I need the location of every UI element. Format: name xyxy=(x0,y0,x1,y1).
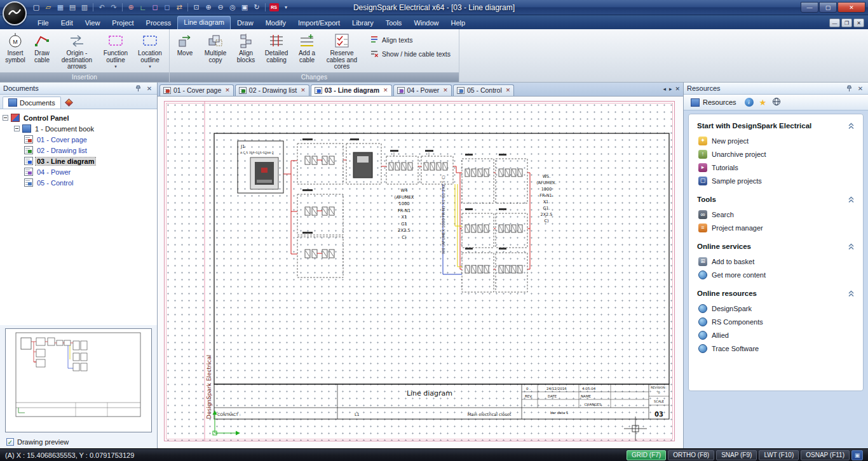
resource-item-trace-software[interactable]: Trace Software xyxy=(697,342,855,355)
tree-expander-icon[interactable] xyxy=(3,115,8,121)
section-header[interactable]: Online resources xyxy=(697,290,855,297)
tab-close-all-icon[interactable]: ✕ xyxy=(675,86,680,92)
save-icon[interactable]: ▦ xyxy=(55,2,66,13)
draw-cable-button[interactable]: Draw cable xyxy=(29,30,55,72)
toggle-lwt[interactable]: LWT (F10) xyxy=(759,450,799,460)
menu-file[interactable]: File xyxy=(32,17,55,29)
function-outline-icon[interactable]: ◻ xyxy=(149,2,161,13)
redo-icon[interactable]: ↷ xyxy=(108,2,119,13)
title-block[interactable]: Line diagram CONTRACT : L1 Main electric… xyxy=(214,384,669,419)
origin-destination-arrows-button[interactable]: Origin - destination arrows xyxy=(55,30,98,72)
menu-import-export[interactable]: Import/Export xyxy=(292,17,346,29)
tree-item-drawing-list[interactable]: 02 - Drawing list xyxy=(1,145,156,156)
zoom-extents-icon[interactable]: ▣ xyxy=(239,2,250,13)
menu-project[interactable]: Project xyxy=(106,17,139,29)
tab-scroll-right-icon[interactable]: ▸ xyxy=(669,86,672,92)
menu-modify[interactable]: Modify xyxy=(260,17,292,29)
zoom-window-icon[interactable]: ⊡ xyxy=(191,2,202,13)
doc-tab-cover-page[interactable]: 01 - Cover page ✕ xyxy=(159,84,234,96)
menu-view[interactable]: View xyxy=(79,17,106,29)
new-file-icon[interactable]: ▢ xyxy=(31,2,42,13)
favorites-star-icon[interactable]: ★ xyxy=(759,98,767,107)
tree-item-control[interactable]: 05 - Control xyxy=(1,177,156,188)
info-icon[interactable]: i xyxy=(745,98,754,107)
line-diagram-drawing[interactable]: Line diagram CONTRACT : L1 Main electric… xyxy=(158,97,683,448)
toggle-ortho[interactable]: ORTHO (F8) xyxy=(668,450,714,460)
origin-destination-icon[interactable]: ⇄ xyxy=(173,2,185,13)
collapse-chevrons-icon[interactable] xyxy=(848,290,855,297)
menu-tab-line-diagram[interactable]: Line diagram xyxy=(177,16,231,29)
resource-item-rs-components[interactable]: RS Components xyxy=(697,315,855,328)
collapse-chevrons-icon[interactable] xyxy=(848,123,855,130)
toggle-osnap[interactable]: OSNAP (F11) xyxy=(801,450,850,460)
resources-menu-button[interactable]: Resources xyxy=(688,97,739,108)
resource-item-unarchive-project[interactable]: ↑Unarchive project xyxy=(697,147,855,161)
resource-item-new-project[interactable]: ✦New project xyxy=(697,134,855,147)
print-icon[interactable]: ▤ xyxy=(67,2,78,13)
tree-item-power[interactable]: 04 - Power xyxy=(1,166,156,177)
tab-close-icon[interactable]: ✕ xyxy=(443,87,448,93)
resource-item-get-more-content[interactable]: Get more content xyxy=(697,268,855,281)
collapse-chevrons-icon[interactable] xyxy=(848,243,855,250)
location-outline-icon[interactable]: ◻ xyxy=(161,2,173,13)
tree-item-line-diagram[interactable]: 03 - Line diagram xyxy=(1,156,156,166)
resource-item-designspark[interactable]: DesignSpark xyxy=(697,302,855,315)
resource-item-sample-projects[interactable]: ▢Sample projects xyxy=(697,174,855,187)
toggle-grid[interactable]: GRID (F7) xyxy=(627,450,666,460)
tree-expander-icon[interactable] xyxy=(14,126,20,131)
insert-symbol-button[interactable]: M Insert symbol xyxy=(2,30,29,72)
location-outline-button[interactable]: Location outline ▾ xyxy=(133,30,167,72)
function-outline-button[interactable]: Function outline ▾ xyxy=(98,30,133,72)
blue-wire[interactable] xyxy=(443,184,462,274)
doc-tab-drawing-list[interactable]: 02 - Drawing list ✕ xyxy=(235,84,309,96)
plot-icon[interactable]: ▥ xyxy=(79,2,90,13)
menu-draw[interactable]: Draw xyxy=(231,17,259,29)
mdi-restore-button[interactable]: ❐ xyxy=(841,18,852,27)
pin-icon[interactable] xyxy=(844,84,853,93)
pan-icon[interactable]: ◎ xyxy=(227,2,238,13)
w4-cable-label[interactable]: W4 (AFUMEX 1000 FR-N1 X1 G1 2X2.5 C) xyxy=(394,188,414,240)
resource-item-tutorials[interactable]: ▸Tutorials xyxy=(697,161,855,174)
drawing-preview-checkbox[interactable]: ✓ xyxy=(6,438,14,446)
tab-close-icon[interactable]: ✕ xyxy=(383,87,388,93)
open-file-icon[interactable]: ▱ xyxy=(43,2,54,13)
menu-help[interactable]: Help xyxy=(445,17,471,29)
section-header[interactable]: Online services xyxy=(697,243,855,250)
menu-tools[interactable]: Tools xyxy=(380,17,408,29)
designspark-logo-icon[interactable] xyxy=(3,1,27,25)
move-button[interactable]: Move xyxy=(172,30,198,72)
menu-library[interactable]: Library xyxy=(346,17,379,29)
mdi-minimize-button[interactable]: — xyxy=(829,18,840,27)
w5-cable-label[interactable]: W5. (AFUMEX. 1000 FR-N1. X1. G1. 2X2.5 C… xyxy=(536,174,557,224)
j1-main-switch-symbol[interactable]: J1 A C S 359-G1S-G2A4-2 xyxy=(238,141,283,193)
web-icon[interactable] xyxy=(772,97,781,107)
tree-item-document-book[interactable]: 1 - Document book xyxy=(1,123,156,134)
menu-window[interactable]: Window xyxy=(408,17,444,29)
yellow-wires[interactable] xyxy=(455,184,462,267)
tab-documents[interactable]: Documents xyxy=(3,97,61,109)
section-header[interactable]: Start with DesignSpark Electrical xyxy=(697,122,855,130)
doc-tab-line-diagram[interactable]: 03 - Line diagram ✕ xyxy=(311,84,392,96)
maximize-button[interactable]: ▢ xyxy=(819,2,837,13)
drawing-preview-thumbnail[interactable] xyxy=(5,328,152,432)
tree-item-control-panel[interactable]: Control Panel xyxy=(1,112,156,123)
regen-icon[interactable]: ↻ xyxy=(251,2,262,13)
menu-process[interactable]: Process xyxy=(140,17,177,29)
toggle-snap[interactable]: SNAP (F9) xyxy=(716,450,757,460)
tab-close-icon[interactable]: ✕ xyxy=(506,87,511,93)
symbols-palette-button[interactable] xyxy=(63,97,76,109)
workspace-icon[interactable]: ▣ xyxy=(851,450,863,460)
tab-close-icon[interactable]: ✕ xyxy=(225,87,230,93)
show-hide-cable-texts-button[interactable]: Show / hide cable texts xyxy=(370,49,451,59)
detailed-cabling-button[interactable]: Detailed cabling xyxy=(259,30,294,72)
collapse-chevrons-icon[interactable] xyxy=(848,196,855,203)
rs-components-icon[interactable]: RS xyxy=(268,2,280,13)
tab-close-icon[interactable]: ✕ xyxy=(301,87,306,93)
doc-tab-power[interactable]: 04 - Power ✕ xyxy=(393,84,452,96)
close-button[interactable]: ✕ xyxy=(837,2,865,13)
tree-item-cover-page[interactable]: 01 - Cover page xyxy=(1,134,156,145)
minimize-button[interactable]: — xyxy=(801,2,818,13)
doc-tab-control[interactable]: 05 - Control ✕ xyxy=(453,84,514,96)
resource-item-allied[interactable]: Allied xyxy=(697,328,855,342)
reserve-cables-and-cores-button[interactable]: Reserve cables and cores xyxy=(320,30,363,72)
